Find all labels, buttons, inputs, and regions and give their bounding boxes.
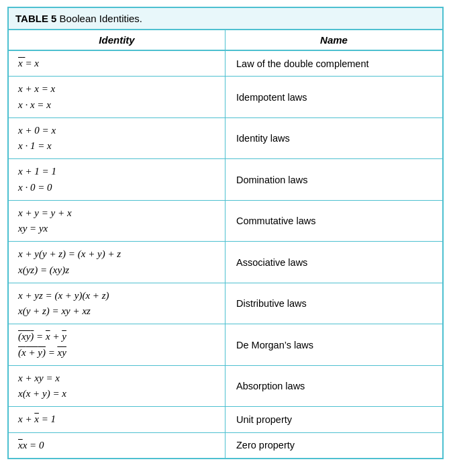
boolean-identities-table: TABLE 5 Boolean Identities. Identity Nam… bbox=[7, 7, 444, 459]
identity-column-header: Identity bbox=[9, 30, 225, 50]
table-row: x + x = x x · x = x Idempotent laws bbox=[9, 77, 442, 118]
identity-cell: x + yz = (x + y)(x + z) x(y + z) = xy + … bbox=[9, 283, 225, 324]
name-cell: Law of the double complement bbox=[225, 51, 442, 76]
name-column-header: Name bbox=[225, 30, 442, 50]
table-title-bold: TABLE 5 bbox=[15, 13, 56, 24]
table-row: x + 0 = x x · 1 = x Identity laws bbox=[9, 118, 442, 160]
identity-cell: x + y(y + z) = (x + y) + z x(yz) = (xy)z bbox=[9, 242, 225, 283]
column-headers: Identity Name bbox=[9, 30, 442, 51]
identity-cell: x + 1 = 1 x · 0 = 0 bbox=[9, 159, 225, 200]
table-row: x + y(y + z) = (x + y) + z x(yz) = (xy)z… bbox=[9, 242, 442, 283]
identity-cell: x + xy = x x(x + y) = x bbox=[9, 366, 225, 407]
name-cell: Unit property bbox=[225, 407, 442, 432]
identity-cell: x = x bbox=[9, 51, 225, 76]
name-cell: Associative laws bbox=[225, 242, 442, 283]
identity-cell: x + x = 1 bbox=[9, 407, 225, 432]
identity-cell: x + y = y + x xy = yx bbox=[9, 201, 225, 242]
table-row: (xy) = x + y (x + y) = xy De Morgan’s la… bbox=[9, 324, 442, 366]
table-row: x + xy = x x(x + y) = x Absorption laws bbox=[9, 366, 442, 408]
name-cell: Identity laws bbox=[225, 118, 442, 159]
identity-cell: (xy) = x + y (x + y) = xy bbox=[9, 324, 225, 365]
table-row: x + 1 = 1 x · 0 = 0 Domination laws bbox=[9, 159, 442, 201]
table-row: x + y = y + x xy = yx Commutative laws bbox=[9, 201, 442, 242]
name-cell: Absorption laws bbox=[225, 366, 442, 407]
table-row: xx = 0 Zero property bbox=[9, 433, 442, 458]
table-row: x + x = 1 Unit property bbox=[9, 407, 442, 432]
identity-cell: x + 0 = x x · 1 = x bbox=[9, 118, 225, 159]
name-cell: Idempotent laws bbox=[225, 77, 442, 117]
table-row: x + yz = (x + y)(x + z) x(y + z) = xy + … bbox=[9, 283, 442, 325]
identity-cell: xx = 0 bbox=[9, 433, 225, 458]
table-title: TABLE 5 Boolean Identities. bbox=[9, 8, 442, 30]
identity-cell: x + x = x x · x = x bbox=[9, 77, 225, 117]
name-cell: De Morgan’s laws bbox=[225, 324, 442, 365]
table-row: x = x Law of the double complement bbox=[9, 51, 442, 77]
name-cell: Zero property bbox=[225, 433, 442, 458]
name-cell: Commutative laws bbox=[225, 201, 442, 242]
name-cell: Distributive laws bbox=[225, 283, 442, 324]
table-title-rest: Boolean Identities. bbox=[56, 13, 142, 24]
name-cell: Domination laws bbox=[225, 159, 442, 200]
